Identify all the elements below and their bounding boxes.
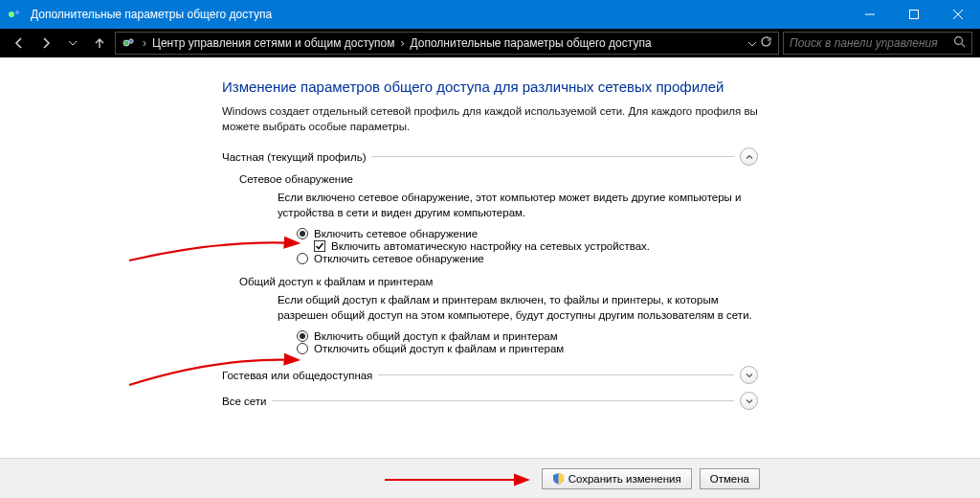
save-button-label: Сохранить изменения	[568, 473, 681, 485]
titlebar: Дополнительные параметры общего доступа	[0, 0, 980, 29]
radio-label: Включить общий доступ к файлам и принтер…	[314, 330, 558, 342]
up-button[interactable]	[88, 32, 111, 55]
search-box[interactable]	[783, 32, 972, 55]
profile-private-header[interactable]: Частная (текущий профиль)	[222, 147, 758, 166]
intro-text: Windows создает отдельный сетевой профил…	[222, 104, 758, 134]
svg-point-6	[123, 40, 129, 46]
minimize-button[interactable]	[848, 0, 892, 29]
back-button[interactable]	[8, 32, 31, 55]
svg-point-1	[15, 11, 19, 14]
breadcrumb-item[interactable]: Дополнительные параметры общего доступа	[411, 36, 652, 50]
cancel-button[interactable]: Отмена	[700, 468, 760, 489]
file-sharing-desc: Если общий доступ к файлам и принтерам в…	[278, 293, 758, 323]
maximize-button[interactable]	[892, 0, 936, 29]
network-discovery-heading: Сетевое обнаружение	[239, 173, 758, 185]
breadcrumb-item[interactable]: Центр управления сетями и общим доступом	[152, 36, 395, 50]
close-button[interactable]	[936, 0, 980, 29]
file-sharing-heading: Общий доступ к файлам и принтерам	[239, 276, 758, 287]
radio-icon	[297, 253, 308, 264]
checkbox-label: Включить автоматическую настройку на сет…	[331, 240, 650, 252]
radio-icon	[297, 330, 308, 342]
radio-discovery-off[interactable]: Отключить сетевое обнаружение	[297, 253, 758, 264]
radio-discovery-on[interactable]: Включить сетевое обнаружение	[297, 228, 758, 239]
shield-icon	[552, 472, 565, 485]
window-title: Дополнительные параметры общего доступа	[31, 8, 848, 21]
footer: Сохранить изменения Отмена	[0, 458, 980, 498]
cancel-button-label: Отмена	[710, 473, 749, 485]
profile-guest-header[interactable]: Гостевая или общедоступная	[222, 366, 758, 384]
svg-line-9	[962, 44, 966, 48]
search-input[interactable]	[790, 36, 947, 50]
radio-filesharing-off[interactable]: Отключить общий доступ к файлам и принте…	[297, 343, 758, 354]
save-button[interactable]: Сохранить изменения	[542, 468, 692, 489]
nav-row: › Центр управления сетями и общим доступ…	[0, 29, 980, 57]
radio-filesharing-on[interactable]: Включить общий доступ к файлам и принтер…	[297, 330, 758, 342]
radio-icon	[297, 228, 308, 239]
radio-icon	[297, 343, 308, 354]
profile-all-label: Все сети	[222, 396, 266, 407]
radio-label: Отключить сетевое обнаружение	[314, 253, 484, 264]
chevron-right-icon: ›	[143, 36, 146, 50]
checkbox-auto-config[interactable]: Включить автоматическую настройку на сет…	[314, 240, 758, 252]
chevron-up-icon[interactable]	[740, 147, 758, 166]
svg-point-7	[129, 39, 133, 43]
svg-rect-3	[910, 11, 919, 19]
recent-dropdown[interactable]	[61, 41, 84, 46]
chevron-down-icon[interactable]	[740, 366, 758, 384]
refresh-icon[interactable]	[760, 35, 772, 51]
svg-point-8	[955, 37, 963, 45]
checkbox-icon	[314, 240, 325, 252]
page-title: Изменение параметров общего доступа для …	[222, 79, 758, 95]
network-discovery-desc: Если включено сетевое обнаружение, этот …	[278, 191, 758, 220]
chevron-right-icon: ›	[401, 36, 405, 50]
svg-point-0	[9, 11, 14, 17]
forward-button[interactable]	[34, 32, 57, 55]
app-icon	[8, 7, 23, 22]
radio-label: Отключить общий доступ к файлам и принте…	[314, 343, 564, 354]
chevron-down-icon[interactable]	[740, 392, 758, 410]
profile-private-label: Частная (текущий профиль)	[222, 151, 366, 163]
address-bar[interactable]: › Центр управления сетями и общим доступ…	[115, 32, 779, 55]
history-dropdown-icon[interactable]	[748, 36, 756, 50]
network-center-icon	[122, 35, 137, 51]
profile-all-header[interactable]: Все сети	[222, 392, 758, 410]
profile-guest-label: Гостевая или общедоступная	[222, 370, 372, 381]
radio-label: Включить сетевое обнаружение	[314, 228, 478, 239]
content-area: Изменение параметров общего доступа для …	[0, 57, 980, 498]
search-icon[interactable]	[953, 35, 966, 51]
